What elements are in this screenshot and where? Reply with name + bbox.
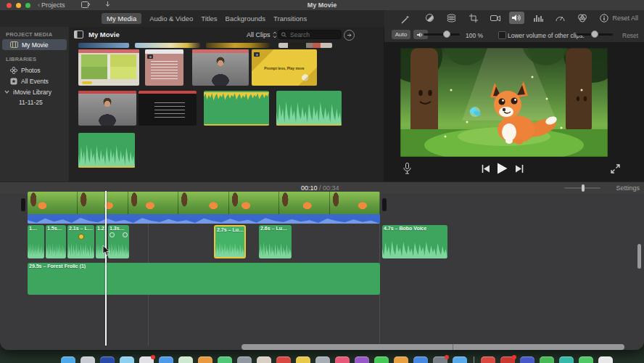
video-clip-audio-track[interactable] [28,214,380,224]
timeline-vertical-scrollbar[interactable] [637,244,641,269]
sidebar-item-imovie-library[interactable]: iMovie Library [0,86,69,97]
timeline-audio-clip[interactable]: 4.7s – Bobo Voice [382,225,447,258]
clip-thumbnail-terminal[interactable] [139,91,197,126]
skip-back-icon[interactable] [482,165,490,173]
lower-volume-slider[interactable] [577,33,613,36]
clip-thumbnail-partial[interactable] [78,43,129,48]
fullscreen-expand-icon[interactable] [611,164,620,174]
timeline-audio-clip[interactable]: 2.1s – L… [67,225,94,258]
dock-app-icon[interactable] [218,356,232,363]
reset-all-button[interactable]: Reset All [612,15,638,22]
noise-reduction-icon[interactable] [531,12,546,24]
dock-app-icon[interactable] [481,356,495,363]
audio-clip-thumbnail[interactable] [276,91,342,126]
dock-app-icon[interactable] [335,356,350,363]
dock-app-icon[interactable] [296,356,310,363]
clip-circle-badge-icon[interactable] [110,232,115,237]
clip-thumbnail-partial[interactable] [206,43,270,48]
dock-app-icon[interactable] [61,356,75,363]
sidebar-item-all-events[interactable]: All Events [0,76,69,86]
lower-volume-checkbox[interactable] [498,31,506,39]
lower-volume-slider-knob[interactable] [591,30,598,38]
zoom-slider-knob[interactable] [582,184,585,192]
dock-app-icon[interactable] [453,356,467,363]
timeline-audio-clip[interactable]: 1.3s… [108,225,129,258]
browser-forward-circle-icon[interactable] [344,30,355,41]
clip-thumbnail-presenter[interactable] [78,91,136,126]
sidebar-toggle-icon[interactable] [74,30,83,38]
sidebar-item-photos[interactable]: Photos [0,65,69,76]
audio-clip-thumbnail[interactable] [204,91,269,126]
tab-transitions[interactable]: Transitions [273,15,307,23]
dock-app-icon[interactable] [413,356,428,363]
enhance-wand-icon[interactable] [397,14,413,26]
clip-circle-badge-icon[interactable] [123,232,128,237]
dock-app-icon[interactable] [520,356,534,363]
timeline-audio-clip[interactable]: 1.5s… [46,225,66,258]
dock-app-icon[interactable] [159,356,173,363]
search-field[interactable] [278,30,342,39]
dock-app-icon[interactable] [374,356,389,363]
sidebar-item-event-date[interactable]: 11-11-25 [0,97,69,107]
dock-app-icon[interactable] [394,356,408,363]
dock-app-icon[interactable] [540,356,554,363]
dock-app-icon[interactable] [139,356,154,363]
crop-icon[interactable] [466,12,481,24]
skip-forward-icon[interactable] [515,165,524,173]
volume-adjust-icon[interactable] [509,12,524,24]
timeline-horizontal-scrollbar[interactable] [242,344,624,350]
dock-app-icon[interactable] [433,356,447,363]
dock-app-icon[interactable] [178,356,193,363]
all-clips-filter[interactable]: All Clips [247,31,277,38]
clip-filter-icon[interactable] [574,12,590,24]
timeline-audio-clip-selected[interactable]: 2.7s – Lu… [214,225,246,258]
audio-clip-thumbnail[interactable] [78,133,135,168]
auto-volume-button[interactable]: Auto [392,30,410,39]
playhead[interactable] [105,191,107,346]
dock-app-icon[interactable] [80,356,95,363]
speed-icon[interactable] [553,12,568,24]
stabilization-icon[interactable] [487,12,503,24]
clip-trim-handle-right[interactable] [382,198,387,211]
dock-app-icon[interactable] [120,356,134,363]
dock-app-icon[interactable] [257,356,271,363]
voiceover-mic-icon[interactable] [403,163,411,174]
reset-volume-button[interactable]: Reset [622,32,638,39]
dock-app-icon[interactable] [500,356,515,363]
tab-titles[interactable]: Titles [201,15,217,23]
timeline-settings-button[interactable]: Settings [616,184,640,192]
timeline-zoom-slider[interactable] [564,187,600,189]
timeline-music-clip[interactable]: 29.5s – Forest Frolic (1) [28,263,380,295]
timeline-audio-clip[interactable]: 2.6s – Lu… [259,225,292,258]
volume-slider-knob[interactable] [443,30,450,38]
timeline-audio-clip[interactable]: 1… [28,225,44,258]
clip-thumbnail-partial[interactable] [278,43,332,48]
dock-app-icon[interactable] [198,356,212,363]
volume-slider[interactable] [424,33,460,36]
clip-thumbnail-yellow-promo[interactable]: Prompt less, Play more [252,49,317,86]
search-input[interactable] [289,30,338,39]
dock-app-icon[interactable] [598,356,613,363]
clip-thumbnail-pink-document[interactable] [145,49,183,86]
tab-my-media[interactable]: My Media [102,13,141,24]
dock-app-icon[interactable] [276,356,291,363]
dock-app-icon[interactable] [559,356,574,363]
video-clip-filmstrip[interactable] [28,192,380,214]
dock-app-icon[interactable] [315,356,330,363]
dock-app-icon[interactable] [237,356,252,363]
clip-info-icon[interactable] [596,12,611,24]
sidebar-item-my-movie[interactable]: My Movie [2,39,67,50]
color-correction-icon[interactable] [422,12,437,24]
play-button[interactable] [497,163,508,174]
color-balance-icon[interactable] [444,12,459,24]
clip-thumbnail-presenter[interactable] [192,49,249,86]
clip-thumbnail-fox-collage[interactable] [78,49,139,86]
dock-app-icon[interactable] [355,356,369,363]
tab-backgrounds[interactable]: Backgrounds [226,15,265,23]
dock-app-icon[interactable] [579,356,593,363]
clip-thumbnail-partial[interactable] [135,43,200,48]
clip-trim-handle-left[interactable] [21,198,25,211]
dock-app-icon[interactable] [100,356,115,363]
tab-audio-video[interactable]: Audio & Video [149,15,193,23]
clip-effect-badge-icon[interactable] [78,234,84,240]
